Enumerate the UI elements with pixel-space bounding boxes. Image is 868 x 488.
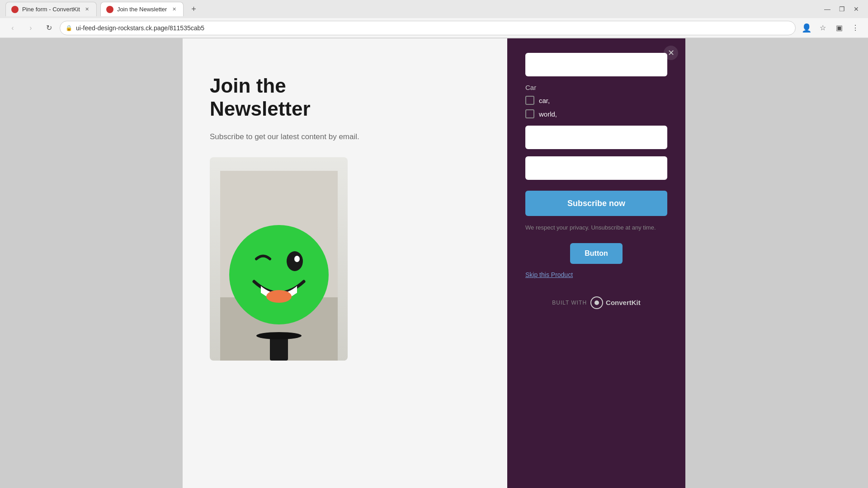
convertkit-logo: ConvertKit: [590, 296, 641, 309]
svg-point-4: [229, 225, 329, 324]
lock-icon: 🔒: [66, 25, 72, 31]
checkbox-car[interactable]: [525, 96, 534, 105]
checkbox-label-world: world,: [539, 110, 557, 118]
checkboxes-label: Car: [525, 84, 667, 91]
tab-close-newsletter[interactable]: ✕: [170, 6, 178, 13]
left-panel: Join the Newsletter Subscribe to get our…: [183, 38, 507, 488]
convertkit-label: ConvertKit: [606, 299, 641, 306]
account-icon[interactable]: 👤: [799, 21, 814, 35]
checkbox-item-car: car,: [525, 96, 667, 105]
tab-label-newsletter: Join the Newsletter: [117, 6, 167, 13]
privacy-text: We respect your privacy. Unsubscribe at …: [525, 223, 667, 232]
checkbox-label-car: car,: [539, 97, 550, 104]
built-with-label: BUILT WITH: [552, 300, 587, 306]
form-group-1: [525, 53, 667, 76]
svg-point-9: [594, 300, 599, 305]
skip-link[interactable]: Skip this Product: [525, 271, 667, 278]
subscribe-button[interactable]: Subscribe now: [525, 191, 667, 216]
svg-point-7: [266, 290, 292, 303]
tab-close-pine[interactable]: ✕: [84, 6, 91, 13]
forward-button[interactable]: ›: [24, 21, 38, 35]
form-input-2[interactable]: [525, 126, 667, 149]
convertkit-icon: [590, 296, 603, 309]
newsletter-subtitle: Subscribe to get our latest content by e…: [210, 131, 480, 143]
maximize-button[interactable]: ❐: [835, 3, 848, 15]
browser-titlebar: Pine form - ConvertKit ✕ Join the Newsle…: [0, 0, 868, 18]
newsletter-title: Join the Newsletter: [210, 75, 480, 120]
built-with-section: BUILT WITH ConvertKit: [525, 296, 667, 309]
extra-button[interactable]: Button: [570, 243, 623, 264]
reload-button[interactable]: ↻: [42, 21, 56, 35]
address-text: ui-feed-design-rockstars.ck.page/811535c…: [76, 24, 790, 32]
menu-button[interactable]: ⋮: [848, 21, 863, 35]
form-input-3[interactable]: [525, 156, 667, 180]
form-input-1[interactable]: [525, 53, 667, 76]
minimize-button[interactable]: —: [821, 3, 834, 15]
tab-newsletter[interactable]: Join the Newsletter ✕: [100, 2, 184, 16]
star-icon[interactable]: ☆: [816, 21, 830, 35]
checkbox-item-world: world,: [525, 109, 667, 118]
browser-toolbar: ‹ › ↻ 🔒 ui-feed-design-rockstars.ck.page…: [0, 18, 868, 38]
form-group-3: [525, 156, 667, 180]
sidebar-icon[interactable]: ▣: [832, 21, 846, 35]
svg-point-6: [294, 256, 300, 262]
tab-favicon-newsletter: [106, 6, 113, 13]
browser-chrome: Pine form - ConvertKit ✕ Join the Newsle…: [0, 0, 868, 38]
new-tab-button[interactable]: +: [187, 3, 200, 15]
svg-point-3: [256, 332, 302, 339]
close-window-button[interactable]: ✕: [850, 3, 863, 15]
tab-pine-form[interactable]: Pine form - ConvertKit ✕: [5, 2, 97, 16]
grey-left: [0, 38, 183, 488]
checkbox-world[interactable]: [525, 109, 534, 118]
smiley-svg: [220, 171, 338, 361]
svg-point-5: [287, 251, 303, 271]
back-button[interactable]: ‹: [5, 21, 20, 35]
address-bar[interactable]: 🔒 ui-feed-design-rockstars.ck.page/81153…: [60, 21, 796, 35]
page-content: Join the Newsletter Subscribe to get our…: [0, 38, 868, 488]
right-panel: ✕ Car car, world, Subscribe now We respe…: [507, 38, 685, 488]
newsletter-image: [210, 157, 348, 361]
form-group-2: [525, 126, 667, 149]
grey-right: [685, 38, 868, 488]
tab-favicon-pine: [11, 6, 19, 13]
close-panel-button[interactable]: ✕: [664, 46, 678, 60]
window-controls: — ❐ ✕: [821, 3, 863, 15]
toolbar-actions: 👤 ☆ ▣ ⋮: [799, 21, 863, 35]
tab-label-pine: Pine form - ConvertKit: [22, 6, 80, 13]
